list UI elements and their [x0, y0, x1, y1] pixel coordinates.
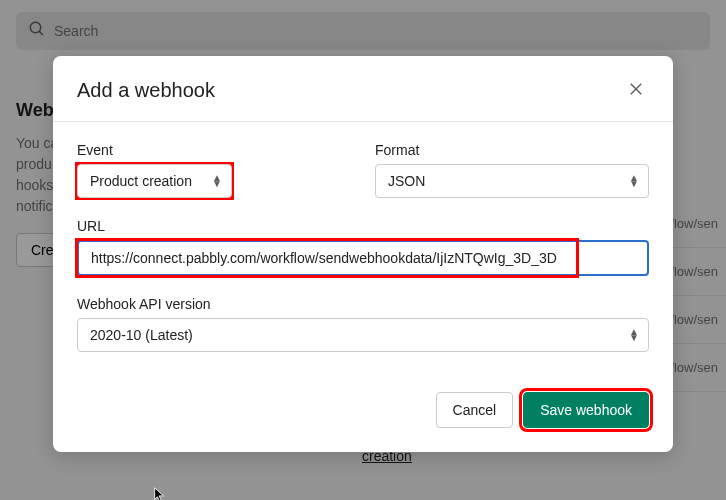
url-group: URL: [77, 218, 649, 276]
event-select-wrapper: Product creation ▲▼: [77, 164, 232, 198]
cancel-button[interactable]: Cancel: [436, 392, 514, 428]
api-version-label: Webhook API version: [77, 296, 649, 312]
save-webhook-button[interactable]: Save webhook: [523, 392, 649, 428]
modal-header: Add a webhook: [53, 56, 673, 122]
url-label: URL: [77, 218, 649, 234]
modal-body: Event Product creation ▲▼ Format JSON: [53, 122, 673, 372]
url-input[interactable]: [77, 240, 649, 276]
format-select-wrapper: JSON ▲▼: [375, 164, 649, 198]
format-group: Format JSON ▲▼: [375, 142, 649, 198]
api-version-select[interactable]: 2020-10 (Latest): [77, 318, 649, 352]
event-group: Event Product creation ▲▼: [77, 142, 351, 198]
api-version-select-wrapper: 2020-10 (Latest) ▲▼: [77, 318, 649, 352]
close-icon: [627, 86, 645, 101]
modal-footer: Cancel Save webhook: [53, 372, 673, 452]
add-webhook-modal: Add a webhook Event Product creation: [53, 56, 673, 452]
close-button[interactable]: [623, 76, 649, 105]
event-select[interactable]: Product creation: [77, 164, 232, 198]
event-label: Event: [77, 142, 351, 158]
format-label: Format: [375, 142, 649, 158]
modal-overlay: Add a webhook Event Product creation: [0, 0, 726, 500]
api-version-group: Webhook API version 2020-10 (Latest) ▲▼: [77, 296, 649, 352]
modal-title: Add a webhook: [77, 79, 215, 102]
format-select[interactable]: JSON: [375, 164, 649, 198]
